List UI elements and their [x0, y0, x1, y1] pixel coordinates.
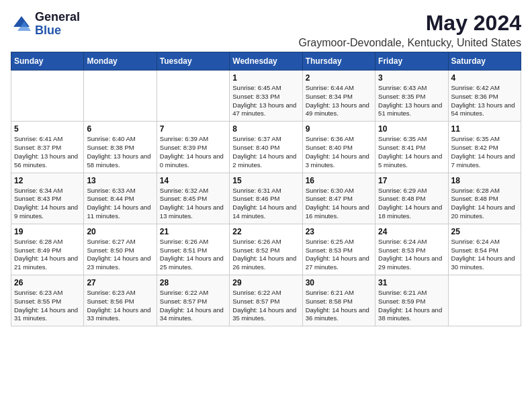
day-number: 22: [232, 227, 299, 236]
day-info: Sunrise: 6:21 AM Sunset: 8:58 PM Dayligh…: [306, 289, 372, 323]
calendar-table: SundayMondayTuesdayWednesdayThursdayFrid…: [11, 52, 521, 326]
day-number: 26: [14, 278, 81, 287]
day-number: 7: [160, 124, 226, 134]
day-info: Sunrise: 6:39 AM Sunset: 8:39 PM Dayligh…: [160, 135, 226, 169]
day-number: 3: [378, 73, 445, 83]
calendar-cell: 26Sunrise: 6:23 AM Sunset: 8:55 PM Dayli…: [11, 275, 84, 326]
day-info: Sunrise: 6:32 AM Sunset: 8:45 PM Dayligh…: [160, 187, 226, 221]
calendar-cell: 7Sunrise: 6:39 AM Sunset: 8:39 PM Daylig…: [157, 122, 229, 173]
day-info: Sunrise: 6:35 AM Sunset: 8:42 PM Dayligh…: [451, 135, 518, 169]
title-block: May 2024 Graymoor-Devondale, Kentucky, U…: [299, 11, 521, 49]
week-row-1: 1Sunrise: 6:45 AM Sunset: 8:33 PM Daylig…: [11, 71, 521, 122]
calendar-cell: 8Sunrise: 6:37 AM Sunset: 8:40 PM Daylig…: [230, 122, 302, 173]
header-cell-wednesday: Wednesday: [230, 52, 302, 71]
calendar-cell: 11Sunrise: 6:35 AM Sunset: 8:42 PM Dayli…: [448, 122, 521, 173]
day-info: Sunrise: 6:31 AM Sunset: 8:46 PM Dayligh…: [232, 187, 299, 221]
logo-general: General: [35, 11, 80, 24]
calendar-cell: 12Sunrise: 6:34 AM Sunset: 8:43 PM Dayli…: [11, 173, 84, 224]
calendar-cell: [11, 71, 84, 122]
calendar-cell: [157, 71, 229, 122]
day-info: Sunrise: 6:42 AM Sunset: 8:36 PM Dayligh…: [451, 84, 518, 118]
day-number: 21: [160, 227, 226, 236]
calendar-cell: 9Sunrise: 6:36 AM Sunset: 8:40 PM Daylig…: [302, 122, 375, 173]
day-info: Sunrise: 6:26 AM Sunset: 8:52 PM Dayligh…: [232, 238, 299, 272]
svg-marker-0: [13, 16, 30, 27]
day-number: 9: [306, 124, 372, 134]
calendar-cell: 20Sunrise: 6:27 AM Sunset: 8:50 PM Dayli…: [84, 224, 157, 275]
header-cell-monday: Monday: [84, 52, 157, 71]
calendar-cell: 3Sunrise: 6:43 AM Sunset: 8:35 PM Daylig…: [375, 71, 448, 122]
calendar-cell: 5Sunrise: 6:41 AM Sunset: 8:37 PM Daylig…: [11, 122, 84, 173]
calendar-cell: 14Sunrise: 6:32 AM Sunset: 8:45 PM Dayli…: [157, 173, 229, 224]
day-number: 16: [306, 176, 372, 185]
header-cell-friday: Friday: [375, 52, 448, 71]
day-info: Sunrise: 6:33 AM Sunset: 8:44 PM Dayligh…: [87, 187, 153, 221]
day-number: 28: [160, 278, 226, 287]
calendar-cell: 16Sunrise: 6:30 AM Sunset: 8:47 PM Dayli…: [302, 173, 375, 224]
day-number: 30: [306, 278, 372, 287]
day-number: 11: [451, 124, 518, 134]
header-cell-thursday: Thursday: [302, 52, 375, 71]
day-info: Sunrise: 6:34 AM Sunset: 8:43 PM Dayligh…: [14, 187, 81, 221]
calendar-cell: 21Sunrise: 6:26 AM Sunset: 8:51 PM Dayli…: [157, 224, 229, 275]
day-info: Sunrise: 6:24 AM Sunset: 8:53 PM Dayligh…: [378, 238, 445, 272]
day-number: 20: [87, 227, 153, 236]
day-number: 2: [306, 73, 372, 83]
subtitle: Graymoor-Devondale, Kentucky, United Sta…: [299, 37, 521, 49]
day-number: 8: [232, 124, 299, 134]
header-cell-saturday: Saturday: [448, 52, 521, 71]
calendar-cell: 22Sunrise: 6:26 AM Sunset: 8:52 PM Dayli…: [230, 224, 302, 275]
day-info: Sunrise: 6:30 AM Sunset: 8:47 PM Dayligh…: [306, 187, 372, 221]
calendar-cell: 2Sunrise: 6:44 AM Sunset: 8:34 PM Daylig…: [302, 71, 375, 122]
calendar-cell: 15Sunrise: 6:31 AM Sunset: 8:46 PM Dayli…: [230, 173, 302, 224]
day-info: Sunrise: 6:28 AM Sunset: 8:49 PM Dayligh…: [14, 238, 81, 272]
calendar-cell: 25Sunrise: 6:24 AM Sunset: 8:54 PM Dayli…: [448, 224, 521, 275]
calendar-cell: 27Sunrise: 6:23 AM Sunset: 8:56 PM Dayli…: [84, 275, 157, 326]
calendar-cell: 18Sunrise: 6:28 AM Sunset: 8:48 PM Dayli…: [448, 173, 521, 224]
day-number: 19: [14, 227, 81, 236]
day-info: Sunrise: 6:45 AM Sunset: 8:33 PM Dayligh…: [232, 84, 299, 118]
day-number: 14: [160, 176, 226, 185]
page-header: General Blue May 2024 Graymoor-Devondale…: [11, 11, 521, 49]
day-info: Sunrise: 6:28 AM Sunset: 8:48 PM Dayligh…: [451, 187, 518, 221]
day-info: Sunrise: 6:41 AM Sunset: 8:37 PM Dayligh…: [14, 135, 81, 169]
calendar-cell: 28Sunrise: 6:22 AM Sunset: 8:57 PM Dayli…: [157, 275, 229, 326]
day-info: Sunrise: 6:43 AM Sunset: 8:35 PM Dayligh…: [378, 84, 445, 118]
day-info: Sunrise: 6:29 AM Sunset: 8:48 PM Dayligh…: [378, 187, 445, 221]
week-row-4: 19Sunrise: 6:28 AM Sunset: 8:49 PM Dayli…: [11, 224, 521, 275]
calendar-cell: 30Sunrise: 6:21 AM Sunset: 8:58 PM Dayli…: [302, 275, 375, 326]
day-info: Sunrise: 6:21 AM Sunset: 8:59 PM Dayligh…: [378, 289, 445, 323]
header-cell-sunday: Sunday: [11, 52, 84, 71]
week-row-3: 12Sunrise: 6:34 AM Sunset: 8:43 PM Dayli…: [11, 173, 521, 224]
day-number: 1: [232, 73, 299, 83]
calendar-cell: 29Sunrise: 6:22 AM Sunset: 8:57 PM Dayli…: [230, 275, 302, 326]
day-number: 10: [378, 124, 445, 134]
logo-icon: [11, 13, 32, 35]
day-number: 15: [232, 176, 299, 185]
calendar-cell: 6Sunrise: 6:40 AM Sunset: 8:38 PM Daylig…: [84, 122, 157, 173]
day-info: Sunrise: 6:22 AM Sunset: 8:57 PM Dayligh…: [160, 289, 226, 323]
calendar-cell: 4Sunrise: 6:42 AM Sunset: 8:36 PM Daylig…: [448, 71, 521, 122]
calendar-cell: 13Sunrise: 6:33 AM Sunset: 8:44 PM Dayli…: [84, 173, 157, 224]
day-info: Sunrise: 6:40 AM Sunset: 8:38 PM Dayligh…: [87, 135, 153, 169]
day-number: 29: [232, 278, 299, 287]
calendar-cell: [84, 71, 157, 122]
calendar-cell: 23Sunrise: 6:25 AM Sunset: 8:53 PM Dayli…: [302, 224, 375, 275]
logo-blue: Blue: [35, 24, 80, 38]
header-cell-tuesday: Tuesday: [157, 52, 229, 71]
week-row-5: 26Sunrise: 6:23 AM Sunset: 8:55 PM Dayli…: [11, 275, 521, 326]
calendar-header: SundayMondayTuesdayWednesdayThursdayFrid…: [11, 52, 521, 71]
day-number: 4: [451, 73, 518, 83]
day-number: 18: [451, 176, 518, 185]
day-info: Sunrise: 6:37 AM Sunset: 8:40 PM Dayligh…: [232, 135, 299, 169]
day-info: Sunrise: 6:25 AM Sunset: 8:53 PM Dayligh…: [306, 238, 372, 272]
day-info: Sunrise: 6:23 AM Sunset: 8:55 PM Dayligh…: [14, 289, 81, 323]
day-number: 17: [378, 176, 445, 185]
day-number: 6: [87, 124, 153, 134]
calendar-body: 1Sunrise: 6:45 AM Sunset: 8:33 PM Daylig…: [11, 71, 521, 326]
calendar-cell: 31Sunrise: 6:21 AM Sunset: 8:59 PM Dayli…: [375, 275, 448, 326]
day-number: 27: [87, 278, 153, 287]
day-number: 24: [378, 227, 445, 236]
calendar-cell: 1Sunrise: 6:45 AM Sunset: 8:33 PM Daylig…: [230, 71, 302, 122]
day-info: Sunrise: 6:26 AM Sunset: 8:51 PM Dayligh…: [160, 238, 226, 272]
